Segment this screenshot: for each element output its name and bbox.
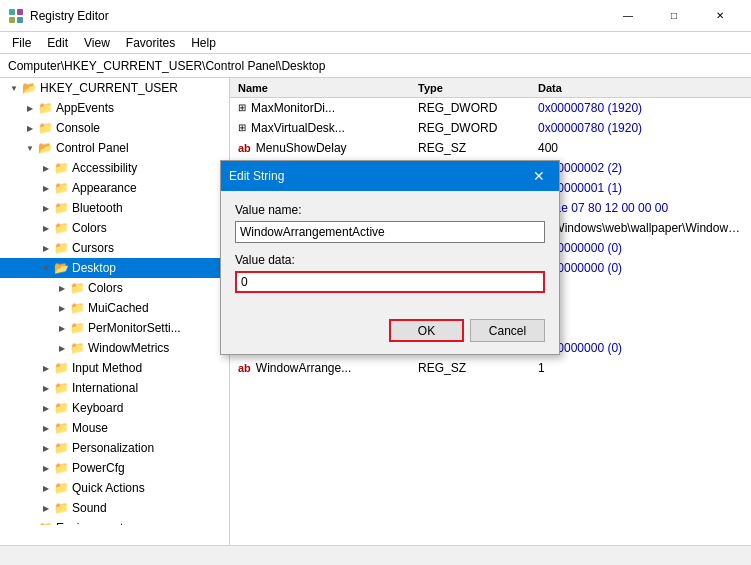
expand-icon[interactable]: ▼ — [8, 82, 20, 94]
menu-favorites[interactable]: Favorites — [118, 34, 183, 52]
tree-item[interactable]: ▶📁WindowMetrics — [0, 338, 229, 358]
cell-name: abMenuShowDelay — [230, 141, 410, 155]
expand-icon[interactable]: ▼ — [40, 262, 52, 274]
tree-item[interactable]: ▶📁MuiCached — [0, 298, 229, 318]
value-name-input[interactable] — [235, 221, 545, 243]
expand-icon[interactable]: ▶ — [40, 202, 52, 214]
ok-button[interactable]: OK — [389, 319, 464, 342]
col-header-name: Name — [230, 78, 410, 97]
table-row[interactable]: ⊞MaxMonitorDi...REG_DWORD0x00000780 (192… — [230, 98, 751, 118]
tree-item-label: Cursors — [72, 241, 114, 255]
tree-item-label: Control Panel — [56, 141, 129, 155]
tree-item[interactable]: ▶📁Quick Actions — [0, 478, 229, 498]
expand-icon[interactable]: ▶ — [24, 122, 36, 134]
expand-icon[interactable]: ▶ — [40, 362, 52, 374]
tree-item[interactable]: ▶📁Colors — [0, 278, 229, 298]
cell-type: REG_DWORD — [410, 101, 530, 115]
tree-item-label: Console — [56, 121, 100, 135]
folder-icon: 📁 — [38, 521, 53, 525]
expand-icon[interactable]: ▶ — [56, 282, 68, 294]
tree-item[interactable]: ▶📁International — [0, 378, 229, 398]
table-row[interactable]: abMenuShowDelayREG_SZ400 — [230, 138, 751, 158]
folder-icon: 📁 — [70, 281, 85, 295]
tree-item[interactable]: ▶📁Console — [0, 118, 229, 138]
expand-icon[interactable]: ▶ — [40, 502, 52, 514]
folder-icon: 📁 — [54, 201, 69, 215]
expand-icon[interactable]: ▶ — [56, 342, 68, 354]
cell-type: REG_DWORD — [410, 121, 530, 135]
expand-icon[interactable]: ▶ — [40, 242, 52, 254]
menu-view[interactable]: View — [76, 34, 118, 52]
tree-item[interactable]: ▼📂HKEY_CURRENT_USER — [0, 78, 229, 98]
tree-item-label: Input Method — [72, 361, 142, 375]
value-data-input[interactable] — [235, 271, 545, 293]
cancel-button[interactable]: Cancel — [470, 319, 545, 342]
folder-icon: 📁 — [54, 461, 69, 475]
cell-data: 3 — [530, 321, 751, 335]
folder-icon: 📁 — [38, 121, 53, 135]
dialog-footer: OK Cancel — [221, 315, 559, 354]
tree-item[interactable]: ▼📂Control Panel — [0, 138, 229, 158]
tree-content: ▼📂HKEY_CURRENT_USER▶📁AppEvents▶📁Console▼… — [0, 78, 229, 525]
folder-icon: 📁 — [54, 381, 69, 395]
tree-item[interactable]: ▶📁Input Method — [0, 358, 229, 378]
tree-item[interactable]: ▶📁Environment — [0, 518, 229, 525]
tree-item[interactable]: ▶📁PowerCfg — [0, 458, 229, 478]
folder-icon: 📁 — [54, 501, 69, 515]
expand-icon[interactable]: ▼ — [24, 142, 36, 154]
minimize-button[interactable]: — — [605, 0, 651, 32]
svg-rect-3 — [17, 17, 23, 23]
tree-item[interactable]: ▶📁Colors — [0, 218, 229, 238]
expand-icon[interactable]: ▶ — [40, 222, 52, 234]
close-button[interactable]: ✕ — [697, 0, 743, 32]
expand-icon[interactable]: ▶ — [40, 482, 52, 494]
cell-name: abWindowArrange... — [230, 361, 410, 375]
menu-help[interactable]: Help — [183, 34, 224, 52]
expand-icon[interactable]: ▶ — [40, 182, 52, 194]
expand-icon[interactable]: ▶ — [40, 442, 52, 454]
expand-icon[interactable]: ▶ — [56, 302, 68, 314]
menu-edit[interactable]: Edit — [39, 34, 76, 52]
title-bar: Registry Editor — □ ✕ — [0, 0, 751, 32]
tree-item-label: Personalization — [72, 441, 154, 455]
address-path: Computer\HKEY_CURRENT_USER\Control Panel… — [8, 59, 325, 73]
expand-icon[interactable]: ▶ — [40, 462, 52, 474]
tree-item-label: WindowMetrics — [88, 341, 169, 355]
menu-file[interactable]: File — [4, 34, 39, 52]
tree-item-label: Accessibility — [72, 161, 137, 175]
window-controls: — □ ✕ — [605, 0, 743, 32]
folder-icon: 📂 — [54, 261, 69, 275]
dialog-body: Value name: Value data: — [221, 191, 559, 315]
tree-item-label: Keyboard — [72, 401, 123, 415]
expand-icon[interactable]: ▶ — [40, 422, 52, 434]
dialog-close-button[interactable]: ✕ — [527, 164, 551, 188]
tree-item[interactable]: ▶📁Cursors — [0, 238, 229, 258]
expand-icon[interactable]: ▶ — [24, 522, 36, 525]
cell-data: 10 — [530, 281, 751, 295]
dialog-title: Edit String — [229, 169, 527, 183]
tree-item[interactable]: ▼📂Desktop — [0, 258, 229, 278]
tree-item[interactable]: ▶📁AppEvents — [0, 98, 229, 118]
folder-icon: 📂 — [38, 141, 53, 155]
expand-icon[interactable]: ▶ — [40, 402, 52, 414]
tree-item[interactable]: ▶📁Sound — [0, 498, 229, 518]
folder-icon: 📁 — [70, 321, 85, 335]
tree-item[interactable]: ▶📁PerMonitorSetti... — [0, 318, 229, 338]
value-data-label: Value data: — [235, 253, 545, 267]
expand-icon[interactable]: ▶ — [24, 102, 36, 114]
tree-item[interactable]: ▶📁Appearance — [0, 178, 229, 198]
tree-item[interactable]: ▶📁Accessibility — [0, 158, 229, 178]
expand-icon[interactable]: ▶ — [56, 322, 68, 334]
cell-data: 0x00000000 (0) — [530, 341, 751, 355]
expand-icon[interactable]: ▶ — [40, 162, 52, 174]
tree-item[interactable]: ▶📁Mouse — [0, 418, 229, 438]
tree-item[interactable]: ▶📁Keyboard — [0, 398, 229, 418]
cell-data: 0x00000780 (1920) — [530, 121, 751, 135]
tree-item-label: Bluetooth — [72, 201, 123, 215]
table-row[interactable]: ⊞MaxVirtualDesk...REG_DWORD0x00000780 (1… — [230, 118, 751, 138]
table-row[interactable]: abWindowArrange...REG_SZ1 — [230, 358, 751, 378]
expand-icon[interactable]: ▶ — [40, 382, 52, 394]
maximize-button[interactable]: □ — [651, 0, 697, 32]
tree-item[interactable]: ▶📁Personalization — [0, 438, 229, 458]
tree-item[interactable]: ▶📁Bluetooth — [0, 198, 229, 218]
